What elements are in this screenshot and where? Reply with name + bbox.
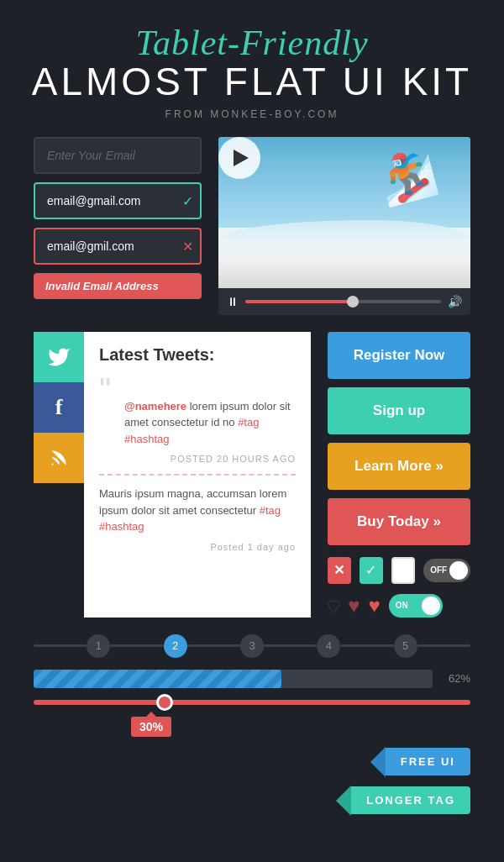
pagination-bar: 1 2 3 4 5 xyxy=(34,634,470,658)
email-invalid-input[interactable] xyxy=(34,228,202,265)
tag-longer[interactable]: LONGER TAG xyxy=(336,786,470,816)
tweet2-text: Mauris ipsum magna, accumsan lorem ipsum… xyxy=(99,486,296,535)
hearts-row: ♥ ♥ ♥ ON xyxy=(328,594,470,618)
heart-black-icon[interactable]: ♥ xyxy=(328,594,339,618)
tweet1-container: " @namehere lorem ipsum dolor sit amet c… xyxy=(99,373,296,448)
video-player: 🏂 ⏸ 🔊 xyxy=(218,137,470,315)
page-dot-5[interactable]: 5 xyxy=(394,634,417,658)
rss-button[interactable] xyxy=(34,433,84,483)
page-line-1-2 xyxy=(110,644,163,647)
toggle-off-label: OFF xyxy=(430,565,447,575)
pause-icon[interactable]: ⏸ xyxy=(227,295,239,308)
checkbox-x[interactable]: ✕ xyxy=(328,557,351,584)
tweet2-timestamp: Posted 1 day ago xyxy=(99,542,296,552)
x-icon: ✕ xyxy=(182,238,193,254)
heart-outline-icon[interactable]: ♥ xyxy=(348,594,360,618)
twitter-icon xyxy=(47,345,71,369)
tweet-divider xyxy=(99,474,296,476)
play-triangle-icon xyxy=(234,150,249,166)
video-thumbnail[interactable]: 🏂 xyxy=(218,137,470,288)
email-placeholder-input[interactable] xyxy=(34,137,202,174)
header-main-title: ALMOST FLAT UI KIT xyxy=(17,60,487,103)
page-line-4-5 xyxy=(340,644,393,647)
progress-label: 62% xyxy=(441,672,470,685)
social-icons-panel: f xyxy=(34,332,84,618)
email-invalid-wrapper: ✕ xyxy=(34,228,202,265)
header-subtitle: FROM MONKEE-BOY.COM xyxy=(17,108,487,120)
tweet-title: Latest Tweets: xyxy=(99,345,296,365)
middle-section: f Latest Tweets: " @namehere lorem ipsum… xyxy=(0,332,504,618)
inputs-video-section: ✓ ✕ Invalid Email Address 🏂 ⏸ 🔊 xyxy=(0,137,504,332)
page-line-2-3 xyxy=(187,644,240,647)
toggle-on[interactable]: ON xyxy=(389,594,443,618)
page-line-3-4 xyxy=(264,644,317,647)
email-valid-wrapper: ✓ xyxy=(34,182,202,219)
page-line-after-5 xyxy=(417,644,470,647)
email-placeholder-wrapper xyxy=(34,137,202,174)
toggle-on-knob xyxy=(422,597,440,615)
page-dot-2[interactable]: 2 xyxy=(164,634,187,658)
email-inputs-panel: ✓ ✕ Invalid Email Address xyxy=(34,137,202,299)
slider-thumb[interactable] xyxy=(156,694,173,711)
right-panel-buttons: Register Now Sign up Learn More » Buy To… xyxy=(328,332,470,618)
pagination-section: 1 2 3 4 5 xyxy=(0,634,504,658)
slider-tooltip: 30% xyxy=(131,717,171,737)
header-cursive-title: Tablet-Friendly xyxy=(17,25,487,60)
page-dot-3[interactable]: 3 xyxy=(240,634,264,658)
tag-longer-diamond xyxy=(336,786,351,816)
tag-free-ui-diamond xyxy=(370,747,386,777)
play-button[interactable] xyxy=(218,137,260,179)
progress-fill-striped xyxy=(34,670,281,688)
rss-icon xyxy=(48,447,70,469)
checkbox-row: ✕ ✓ OFF xyxy=(328,557,470,584)
checkbox-empty[interactable] xyxy=(391,557,415,584)
tweet1-timestamp: POSTED 20 HOURS AGO xyxy=(99,454,296,464)
video-progress-bar[interactable] xyxy=(245,300,441,303)
page-line-before-1 xyxy=(34,644,87,647)
tags-section: FREE UI LONGER TAG xyxy=(0,747,504,816)
register-button[interactable]: Register Now xyxy=(328,332,470,379)
svg-point-0 xyxy=(51,463,53,465)
page-header: Tablet-Friendly ALMOST FLAT UI KIT FROM … xyxy=(0,0,504,137)
twitter-button[interactable] xyxy=(34,332,84,382)
learn-more-button[interactable]: Learn More » xyxy=(328,443,470,490)
quote-mark-icon: " xyxy=(99,381,111,398)
buy-today-button[interactable]: Buy Today » xyxy=(328,498,470,545)
tweet1-text: @namehere lorem ipsum dolor sit amet con… xyxy=(99,398,296,448)
toggle-off[interactable]: OFF xyxy=(423,559,470,582)
tweet-box: Latest Tweets: " @namehere lorem ipsum d… xyxy=(84,332,311,618)
signup-button[interactable]: Sign up xyxy=(328,387,470,434)
video-controls-bar: ⏸ 🔊 xyxy=(218,288,470,315)
check-icon: ✓ xyxy=(182,192,193,208)
heart-filled-icon[interactable]: ♥ xyxy=(369,594,381,618)
page-dot-4[interactable]: 4 xyxy=(317,634,340,658)
tag-longer-label: LONGER TAG xyxy=(351,786,470,814)
facebook-icon: f xyxy=(55,395,63,420)
progress-track xyxy=(34,670,433,688)
error-label: Invalid Email Address xyxy=(34,273,202,299)
video-progress-fill xyxy=(245,300,353,303)
tweet1-username: @namehere xyxy=(124,400,186,413)
slider-section: 30% xyxy=(0,700,504,705)
progress-section: 62% xyxy=(0,670,504,688)
facebook-button[interactable]: f xyxy=(34,382,84,433)
email-valid-input[interactable] xyxy=(34,182,202,219)
toggle-on-label: ON xyxy=(396,601,408,610)
video-progress-thumb[interactable] xyxy=(347,296,359,307)
tag-free-ui-label: FREE UI xyxy=(386,748,470,775)
tag-free-ui[interactable]: FREE UI xyxy=(370,747,470,777)
slider-track[interactable] xyxy=(34,700,470,705)
page-dot-1[interactable]: 1 xyxy=(87,634,110,658)
volume-icon[interactable]: 🔊 xyxy=(448,295,462,308)
toggle-off-knob xyxy=(449,561,468,580)
checkbox-check[interactable]: ✓ xyxy=(360,557,383,584)
tweet2-tags: #tag #hashtag xyxy=(99,504,281,533)
left-panel: f Latest Tweets: " @namehere lorem ipsum… xyxy=(34,332,311,618)
